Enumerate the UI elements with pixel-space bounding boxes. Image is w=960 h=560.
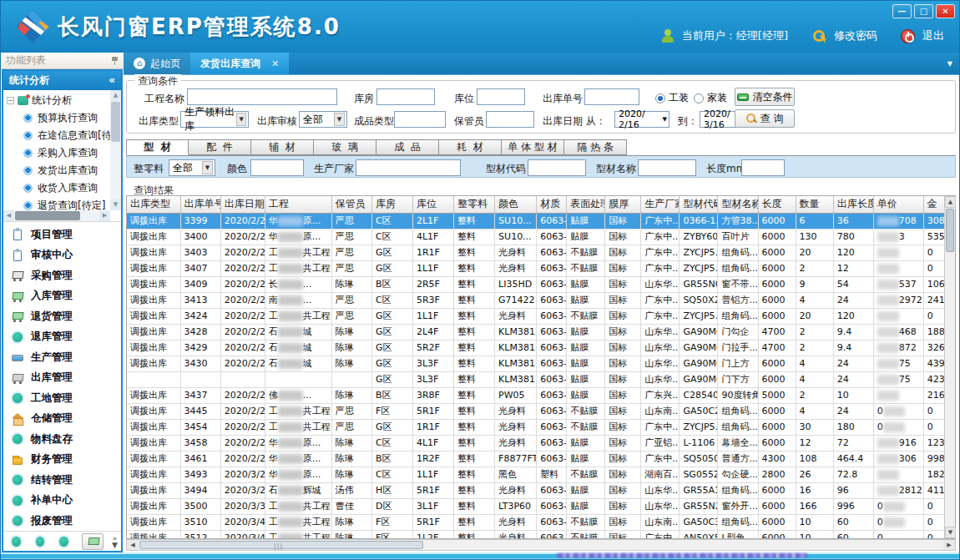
column-header[interactable]: 表面处理 — [567, 196, 605, 213]
module-item[interactable]: 补单中心 — [3, 491, 121, 512]
material-tab[interactable]: 辅 材 — [251, 139, 314, 155]
column-header[interactable]: 出库单号 — [180, 196, 220, 213]
scroll-up-icon[interactable]: ▲ — [110, 90, 121, 101]
table-row[interactable]: 调拨出库34242020/2/26工共工程严思G区1L1F整料光身料6063-T… — [127, 308, 944, 324]
module-item[interactable]: 仓储管理 — [3, 409, 121, 430]
table-row[interactable]: 调拨出库34072020/2/25工共工程严思G区1L1F整料光身料6063-T… — [127, 260, 944, 276]
scroll-down-icon[interactable]: ▼ — [945, 527, 956, 538]
table-row[interactable]: 调拨出库34582020/2/28华原...陈琳C区4L1F整料光身料6063-… — [127, 435, 944, 451]
profile-name-input[interactable] — [638, 159, 696, 176]
module-item[interactable]: 入库管理 — [3, 286, 121, 307]
length-input[interactable] — [741, 159, 785, 176]
cart-module-button[interactable] — [82, 533, 104, 550]
table-row[interactable]: 调拨出库35002020/3/3工共工程曹佳D区3L1F整料LT3P606063… — [127, 498, 944, 514]
profile-code-input[interactable] — [528, 159, 586, 176]
module-item[interactable]: 项目管理 — [3, 225, 121, 245]
radio-icon[interactable] — [694, 93, 704, 103]
table-row[interactable]: 调拨出库33992020/2/25华原...严思C区2L1F整料SU10...6… — [127, 213, 944, 229]
module-item[interactable]: 物料盘存 — [3, 429, 121, 450]
module-item[interactable]: 工地管理 — [3, 388, 121, 409]
table-row[interactable]: 调拨出库34282020/2/26石城陈琳G区2L4F整料KLM38176063… — [127, 324, 944, 340]
order-no-input[interactable] — [584, 88, 639, 105]
column-header[interactable]: 保管员 — [331, 196, 371, 213]
column-header[interactable]: 型材名称 — [718, 196, 758, 213]
material-tab[interactable]: 成 品 — [376, 139, 439, 155]
radio-selected-icon[interactable] — [655, 93, 665, 103]
table-row[interactable]: 调拨出库34002020/2/25华原...严思C区4L1F整料SU10...6… — [127, 229, 944, 245]
table-row[interactable]: 调拨出库34132020/2/26南...严思C区5R3F整料G71422606… — [127, 292, 944, 308]
table-row[interactable]: 调拨出库34032020/2/25工共工程严思G区1R1F整料光身料6063-T… — [127, 245, 944, 260]
table-row[interactable]: 调拨出库35122020/3/4工共工程陈琳F区1L2F整料光身料6063-T5… — [127, 530, 944, 538]
clear-conditions-button[interactable]: 清空条件 — [735, 88, 795, 106]
column-header[interactable]: 数量 — [796, 196, 833, 213]
search-button[interactable]: 查 询 — [735, 109, 795, 128]
pin-icon[interactable] — [111, 56, 119, 65]
tree-horizontal-scrollbar[interactable]: ◀ ▶ — [3, 210, 110, 221]
column-header[interactable]: 金 — [923, 196, 944, 213]
more-modules-icon[interactable]: »▼ — [112, 535, 118, 548]
material-tab[interactable]: 配 件 — [189, 139, 251, 155]
grid-vscroll-thumb[interactable] — [946, 209, 954, 252]
column-header[interactable]: 膜厚 — [605, 196, 641, 213]
grid-vertical-scrollbar[interactable]: ▲ ▼ — [944, 196, 955, 538]
column-header[interactable]: 单价 — [873, 196, 923, 213]
module-item[interactable]: 退货管理 — [3, 306, 121, 327]
warehouse-input[interactable] — [376, 88, 435, 105]
logout-link[interactable]: 退出 — [922, 28, 944, 43]
minimize-button[interactable]: — — [892, 4, 912, 18]
module-dot-icon[interactable] — [36, 537, 45, 547]
tree-item[interactable]: 退货查询[待定] — [3, 197, 110, 210]
table-row[interactable]: 调拨出库34452020/2/27工共工程严思F区5R1F整料光身料6063-T… — [127, 403, 944, 419]
tree-item[interactable]: 发货出库查询 — [3, 162, 110, 179]
manufacturer-input[interactable] — [356, 159, 461, 176]
module-dot-icon[interactable] — [59, 537, 68, 547]
module-item[interactable]: 生产管理 — [3, 347, 121, 368]
column-header[interactable]: 出库日期 — [220, 196, 265, 213]
scroll-left-icon[interactable]: ◀ — [127, 540, 139, 550]
out-type-select[interactable]: 生产领料出库▼ — [180, 111, 249, 128]
tree-item[interactable]: 收货入库查询 — [3, 179, 110, 197]
tree-vertical-scrollbar[interactable]: ▲ ▼ — [110, 90, 121, 210]
table-row[interactable]: 调拨出库34372020/2/27佛...陈琳B区3R8F整料PW056063-… — [127, 387, 944, 403]
module-item[interactable]: 退库管理 — [3, 327, 121, 348]
material-tab[interactable]: 型 材 — [126, 139, 189, 155]
column-header[interactable]: 材质 — [537, 196, 567, 213]
scroll-right-icon[interactable]: ▶ — [99, 210, 110, 221]
column-header[interactable]: 型材代码 — [680, 196, 718, 213]
table-row[interactable]: 调拨出库34942020/3/2石辉城汤伟H区5R1F整料光身料6063-T5贴… — [127, 482, 944, 498]
tab-list-dropdown-icon[interactable]: ▼ — [947, 60, 959, 68]
tree-expander-icon[interactable]: − — [7, 97, 14, 104]
maximize-button[interactable]: □ — [914, 4, 933, 18]
scroll-left-icon[interactable]: ◀ — [3, 210, 14, 221]
tree-item[interactable]: 预算执行查询 — [3, 109, 110, 127]
column-header[interactable]: 长度 — [758, 196, 796, 213]
tree-root-node[interactable]: − 统计分析 — [3, 92, 110, 109]
collapse-icon[interactable]: « — [109, 71, 115, 90]
stats-panel-header[interactable]: 统计分析 « — [3, 71, 121, 90]
table-row[interactable]: 调拨出库34292020/2/26石城陈琳G区5R2F整料KLM38176063… — [127, 340, 944, 356]
module-item[interactable]: 报废管理 — [3, 511, 121, 531]
material-tab[interactable]: 耗 材 — [439, 139, 502, 155]
tree-item[interactable]: 在途信息查询[待 — [3, 127, 110, 144]
column-header[interactable]: 出库类型 — [127, 196, 180, 213]
location-input[interactable] — [477, 88, 525, 105]
table-row[interactable]: 调拨出库35102020/3/4工共工程陈琳F区5R1F整料光身料6063-T5… — [127, 514, 944, 530]
module-item[interactable]: 结转管理 — [3, 470, 121, 491]
module-dot-icon[interactable] — [12, 537, 21, 547]
material-tab[interactable]: 单 体 型 材 — [502, 139, 564, 155]
module-item[interactable]: 财务管理 — [3, 450, 121, 471]
material-tab[interactable]: 隔 热 条 — [564, 139, 627, 155]
tab-shipment-outbound-query[interactable]: 发货出库查询 ✕ — [190, 53, 289, 74]
tree-item[interactable]: 采购入库查询 — [3, 144, 110, 162]
change-password-link[interactable]: 修改密码 — [834, 28, 877, 43]
material-tab[interactable]: 玻 璃 — [314, 139, 376, 155]
product-type-input[interactable] — [394, 111, 446, 128]
jiazhuang-radio[interactable]: 家装 — [694, 91, 727, 105]
table-row[interactable]: G区3L3F整料KLM38176063-T5贴膜国标山东华...GA90M09.… — [127, 371, 944, 387]
column-header[interactable]: 库房 — [371, 196, 412, 213]
table-row[interactable]: 调拨出库34612020/2/28华原...陈琳B区1R2F整料F8877FT6… — [127, 451, 944, 467]
scroll-up-icon[interactable]: ▲ — [945, 196, 956, 208]
audit-select[interactable]: 全部▼ — [299, 111, 347, 128]
tab-close-icon[interactable]: ✕ — [271, 58, 279, 69]
module-item[interactable]: 出库管理 — [3, 368, 121, 389]
